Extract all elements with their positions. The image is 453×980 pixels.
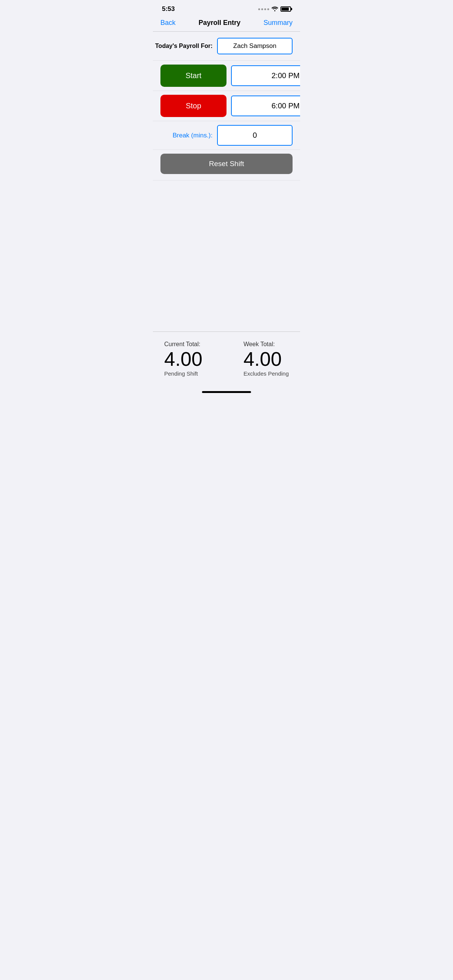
week-total-label: Week Total: <box>243 341 275 348</box>
back-button[interactable]: Back <box>161 19 176 27</box>
status-bar: 5:53 <box>153 0 300 16</box>
week-total-sublabel: Excludes Pending <box>243 370 289 377</box>
current-total-col: Current Total: 4.00 Pending Shift <box>164 341 202 377</box>
break-row: Break (mins.): <box>153 121 300 150</box>
break-label: Break (mins.): <box>173 132 213 139</box>
break-input[interactable] <box>217 125 292 146</box>
payroll-for-input[interactable] <box>217 38 292 54</box>
nav-bar: Back Payroll Entry Summary <box>153 16 300 31</box>
week-total-col: Week Total: 4.00 Excludes Pending <box>243 341 289 377</box>
home-bar <box>202 391 251 393</box>
battery-icon <box>280 6 291 12</box>
summary-button[interactable]: Summary <box>264 19 292 27</box>
home-indicator <box>153 388 300 399</box>
current-total-label: Current Total: <box>164 341 200 348</box>
stop-button[interactable]: Stop <box>161 95 227 117</box>
page-title: Payroll Entry <box>199 19 240 27</box>
current-total-sublabel: Pending Shift <box>164 370 198 377</box>
current-total-value: 4.00 <box>164 349 202 369</box>
status-icons <box>258 6 291 13</box>
reset-shift-button[interactable]: Reset Shift <box>161 154 292 174</box>
wifi-icon <box>272 6 278 13</box>
status-time: 5:53 <box>162 5 175 13</box>
empty-area <box>153 180 300 331</box>
stop-time-input[interactable] <box>231 95 300 116</box>
payroll-for-label: Today's Payroll For: <box>155 43 213 49</box>
signal-icon <box>258 8 269 10</box>
payroll-for-row: Today's Payroll For: <box>153 32 300 60</box>
stop-row: Stop <box>153 91 300 121</box>
start-row: Start <box>153 61 300 91</box>
start-time-input[interactable] <box>231 65 300 86</box>
bottom-summary: Current Total: 4.00 Pending Shift Week T… <box>153 331 300 388</box>
week-total-value: 4.00 <box>243 349 281 369</box>
reset-section: Reset Shift <box>153 150 300 180</box>
start-button[interactable]: Start <box>161 65 227 87</box>
main-content: Today's Payroll For: Start Stop Break (m… <box>153 32 300 180</box>
